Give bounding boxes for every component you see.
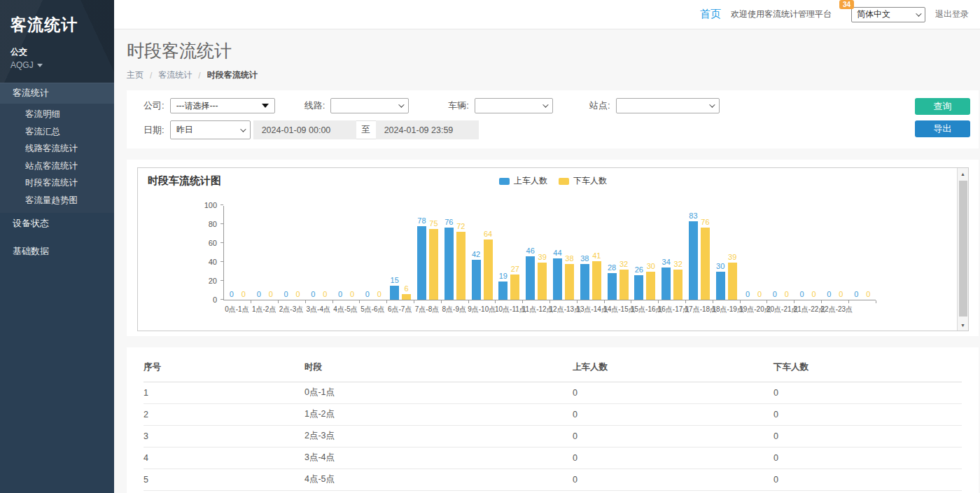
chart-panel: 时段车流统计图 上车人数下车人数 02040608010000000000000… xyxy=(137,167,969,331)
chart-bar xyxy=(510,275,519,300)
table-cell: 0 xyxy=(573,447,774,469)
chart-bar-group: 27 xyxy=(510,265,520,300)
org-code-dropdown[interactable]: AQGJ xyxy=(10,60,107,70)
chart-bar-group: 30 xyxy=(715,263,725,300)
bar-value-label: 15 xyxy=(391,277,399,284)
sidebar-item[interactable]: 客流量趋势图 xyxy=(0,192,114,209)
legend-item[interactable]: 下车人数 xyxy=(559,175,607,187)
chart-x-label: 21点-22点 xyxy=(794,305,821,314)
chart-bar-group: 76 xyxy=(700,218,710,300)
triangle-down-icon xyxy=(262,104,269,108)
home-link[interactable]: 首页 xyxy=(700,8,721,21)
language-select[interactable]: 简体中文 xyxy=(851,7,925,22)
chart-scrollbar[interactable]: ▲ ▼ xyxy=(957,168,968,331)
table-header-cell: 序号 xyxy=(144,354,304,382)
bar-value-label: 0 xyxy=(365,291,370,298)
chart-bar xyxy=(580,264,589,300)
sidebar-item[interactable]: 时段客流统计 xyxy=(0,174,114,192)
bar-value-label: 0 xyxy=(323,291,327,298)
sidebar: 客流统计 公交 AQGJ 客流统计客流明细客流汇总线路客流统计站点客流统计时段客… xyxy=(0,0,114,493)
sidebar-item[interactable]: 站点客流统计 xyxy=(0,158,114,175)
table-header-cell: 时段 xyxy=(304,354,573,382)
chart-title: 时段车流统计图 xyxy=(148,174,221,188)
chart-bar xyxy=(498,282,507,300)
chart-legend: 上车人数下车人数 xyxy=(499,175,607,187)
table-cell: 0 xyxy=(573,426,774,447)
sidebar-section[interactable]: 基础数据 xyxy=(0,241,114,262)
chart-category-slot: 2832 xyxy=(604,206,631,300)
scrollbar-up-arrow-icon[interactable]: ▲ xyxy=(958,168,968,179)
sidebar-logo-block: 客流统计 公交 AQGJ xyxy=(0,0,114,83)
breadcrumb-current: 时段客流统计 xyxy=(207,69,258,81)
bar-value-label: 46 xyxy=(526,247,535,255)
logout-link[interactable]: 退出登录 xyxy=(935,8,969,20)
chart-category-slot: 3432 xyxy=(659,206,686,300)
bar-value-label: 0 xyxy=(338,291,342,298)
bar-value-label: 32 xyxy=(620,261,628,268)
query-button[interactable]: 查询 xyxy=(915,98,970,115)
chart-y-tick xyxy=(220,204,223,205)
chart-x-label: 12点-13点 xyxy=(550,305,577,314)
sidebar-section[interactable]: 设备状态 xyxy=(0,213,114,234)
chart-y-tick xyxy=(220,242,223,243)
chart-bar xyxy=(526,256,535,300)
company-select[interactable]: ---请选择--- xyxy=(170,98,275,113)
chart-bar-group: 0 xyxy=(809,291,819,300)
date-end-input[interactable]: 2024-01-09 23:59 xyxy=(376,120,479,139)
main-content: 时段客流统计 主页 / 客流统计 / 时段客流统计 公司: ---请选择--- … xyxy=(114,29,980,493)
filter-row-2: 日期: 昨日 2024-01-09 00:00 至 2024-01-09 23:… xyxy=(144,120,979,139)
station-select[interactable] xyxy=(616,98,720,113)
sidebar-item[interactable]: 线路客流统计 xyxy=(0,140,114,158)
sidebar-item[interactable]: 客流明细 xyxy=(0,106,114,123)
vehicle-select[interactable] xyxy=(475,98,553,113)
date-start-input[interactable]: 2024-01-09 00:00 xyxy=(253,120,356,139)
line-select[interactable] xyxy=(330,98,409,113)
date-preset-select[interactable]: 昨日 xyxy=(170,120,251,139)
chart-x-label: 1点-2点 xyxy=(251,305,278,314)
table-cell: 4 xyxy=(144,447,304,469)
menu-gap xyxy=(0,234,114,241)
table-cell: 0 xyxy=(774,491,962,493)
scrollbar-down-arrow-icon[interactable]: ▼ xyxy=(958,319,968,331)
breadcrumb-home[interactable]: 主页 xyxy=(127,69,144,81)
chart-x-label: 4点-5点 xyxy=(332,305,359,314)
chart-category-slot: 00 xyxy=(740,206,767,300)
chart-category-slot: 8376 xyxy=(686,206,713,300)
chart-bar-group: 46 xyxy=(526,247,536,300)
bar-value-label: 0 xyxy=(757,291,762,298)
breadcrumb-section[interactable]: 客流统计 xyxy=(158,69,192,81)
chart-category-slot: 00 xyxy=(767,206,794,300)
chart-y-tick-label: 40 xyxy=(196,258,217,266)
bar-value-label: 76 xyxy=(701,218,709,226)
chart-x-label: 0点-1点 xyxy=(223,305,251,314)
export-button[interactable]: 导出 xyxy=(915,120,970,137)
chart-y-tick-label: 100 xyxy=(196,201,217,209)
legend-item[interactable]: 上车人数 xyxy=(499,175,547,187)
chart-category-slot: 00 xyxy=(360,206,387,300)
table-row: 65点-6点00 xyxy=(144,491,962,493)
bar-value-label: 64 xyxy=(484,230,492,238)
chart-y-tick xyxy=(220,223,223,224)
scrollbar-thumb[interactable] xyxy=(959,181,967,317)
table-cell: 0点-1点 xyxy=(304,382,573,404)
chart-bar xyxy=(456,232,465,300)
bar-value-label: 39 xyxy=(538,254,547,261)
date-to-label: 至 xyxy=(356,120,376,139)
filter-row-1: 公司: ---请选择--- 线路: 车辆: 站点: xyxy=(144,98,979,113)
bar-value-label: 41 xyxy=(592,252,601,260)
sidebar-item[interactable]: 客流汇总 xyxy=(0,123,114,141)
chart-bar-group: 64 xyxy=(483,230,493,300)
chart-bar-group: 28 xyxy=(607,264,617,300)
chart-bar-group: 0 xyxy=(770,291,780,300)
chart-x-label: 16点-17点 xyxy=(658,305,685,314)
chart-bar xyxy=(716,272,725,300)
chart-bar-group: 34 xyxy=(662,258,671,300)
chart-category-slot: 7875 xyxy=(414,206,442,300)
date-preset-value: 昨日 xyxy=(176,124,193,136)
chart-bar-group: 72 xyxy=(456,223,465,300)
sidebar-section[interactable]: 客流统计 xyxy=(0,83,114,104)
chart-bar-group: 0 xyxy=(363,291,372,300)
chart-x-label: 15点-16点 xyxy=(631,305,658,314)
chart-bar-group: 0 xyxy=(851,291,861,300)
chart-bar xyxy=(701,228,710,300)
